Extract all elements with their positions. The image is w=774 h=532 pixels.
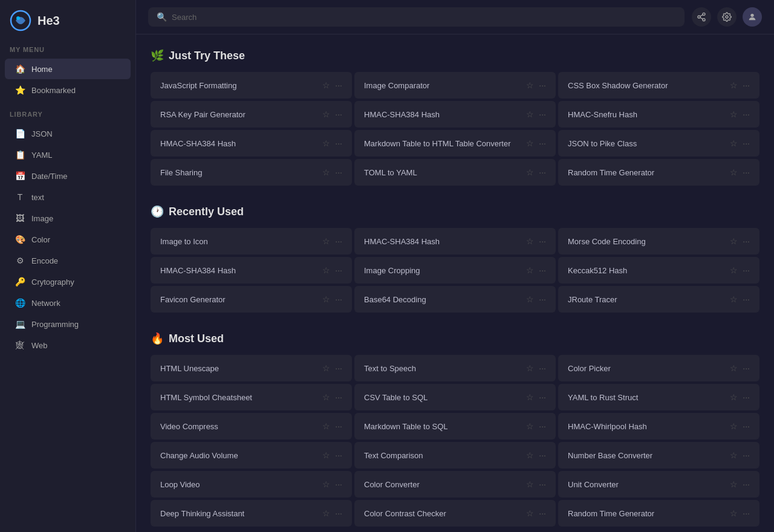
more-icon[interactable]: ··· xyxy=(743,167,750,177)
star-icon[interactable]: ☆ xyxy=(730,138,738,148)
star-icon[interactable]: ☆ xyxy=(730,109,738,119)
more-icon[interactable]: ··· xyxy=(335,236,342,246)
star-icon[interactable]: ☆ xyxy=(322,479,330,489)
tool-card[interactable]: CSS Box Shadow Generator ☆ ··· xyxy=(558,72,759,99)
tool-card[interactable]: TOML to YAML ☆ ··· xyxy=(354,159,556,186)
more-icon[interactable]: ··· xyxy=(743,80,750,90)
star-icon[interactable]: ☆ xyxy=(526,265,534,275)
star-icon[interactable]: ☆ xyxy=(526,479,534,489)
star-icon[interactable]: ☆ xyxy=(322,138,330,148)
more-icon[interactable]: ··· xyxy=(335,363,342,373)
star-icon[interactable]: ☆ xyxy=(322,508,330,518)
star-icon[interactable]: ☆ xyxy=(526,109,534,119)
star-icon[interactable]: ☆ xyxy=(730,450,738,460)
tool-card[interactable]: HMAC-SHA384 Hash ☆ ··· xyxy=(354,228,556,255)
sidebar-item-image[interactable]: 🖼 Image xyxy=(5,208,131,229)
tool-card[interactable]: Color Converter ☆ ··· xyxy=(354,471,556,498)
star-icon[interactable]: ☆ xyxy=(526,421,534,431)
more-icon[interactable]: ··· xyxy=(539,265,546,275)
star-icon[interactable]: ☆ xyxy=(526,167,534,177)
sidebar-item-bookmarked[interactable]: ⭐ Bookmarked xyxy=(5,80,131,100)
tool-card[interactable]: Text to Speech ☆ ··· xyxy=(354,355,556,381)
more-icon[interactable]: ··· xyxy=(539,236,546,246)
more-icon[interactable]: ··· xyxy=(743,109,750,119)
star-icon[interactable]: ☆ xyxy=(730,167,738,177)
star-icon[interactable]: ☆ xyxy=(730,392,738,402)
tool-card[interactable]: Number Base Converter ☆ ··· xyxy=(558,442,759,469)
more-icon[interactable]: ··· xyxy=(335,294,342,304)
more-icon[interactable]: ··· xyxy=(539,421,546,431)
star-icon[interactable]: ☆ xyxy=(322,167,330,177)
more-icon[interactable]: ··· xyxy=(539,109,546,119)
star-icon[interactable]: ☆ xyxy=(526,236,534,246)
more-icon[interactable]: ··· xyxy=(335,421,342,431)
tool-card[interactable]: HMAC-SHA384 Hash ☆ ··· xyxy=(354,101,556,128)
tool-card[interactable]: YAML to Rust Struct ☆ ··· xyxy=(558,384,759,410)
tool-card[interactable]: Unit Converter ☆ ··· xyxy=(558,471,759,498)
more-icon[interactable]: ··· xyxy=(743,479,750,489)
more-icon[interactable]: ··· xyxy=(335,508,342,518)
star-icon[interactable]: ☆ xyxy=(730,479,738,489)
tool-card[interactable]: HMAC-Whirlpool Hash ☆ ··· xyxy=(558,413,759,440)
more-icon[interactable]: ··· xyxy=(335,80,342,90)
more-icon[interactable]: ··· xyxy=(335,265,342,275)
sidebar-item-crytography[interactable]: 🔑 Crytography xyxy=(5,271,131,292)
more-icon[interactable]: ··· xyxy=(335,450,342,460)
more-icon[interactable]: ··· xyxy=(539,479,546,489)
sidebar-item-encode[interactable]: ⚙ Encode xyxy=(5,250,131,271)
search-box[interactable]: 🔍 xyxy=(148,7,685,27)
star-icon[interactable]: ☆ xyxy=(322,392,330,402)
sidebar-item-home[interactable]: 🏠 Home xyxy=(5,59,131,79)
tool-card[interactable]: JRoute Tracer ☆ ··· xyxy=(558,286,759,313)
star-icon[interactable]: ☆ xyxy=(730,363,738,373)
tool-card[interactable]: Image to Icon ☆ ··· xyxy=(151,228,352,255)
star-icon[interactable]: ☆ xyxy=(526,450,534,460)
settings-button[interactable] xyxy=(717,7,737,27)
tool-card[interactable]: Base64 Decoding ☆ ··· xyxy=(354,286,556,313)
star-icon[interactable]: ☆ xyxy=(730,236,738,246)
star-icon[interactable]: ☆ xyxy=(730,421,738,431)
tool-card[interactable]: Markdown Table to SQL ☆ ··· xyxy=(354,413,556,440)
more-icon[interactable]: ··· xyxy=(539,450,546,460)
more-icon[interactable]: ··· xyxy=(335,392,342,402)
more-icon[interactable]: ··· xyxy=(335,479,342,489)
star-icon[interactable]: ☆ xyxy=(526,80,534,90)
more-icon[interactable]: ··· xyxy=(539,167,546,177)
tool-card[interactable]: RSA Key Pair Generator ☆ ··· xyxy=(151,101,352,128)
more-icon[interactable]: ··· xyxy=(743,508,750,518)
tool-card[interactable]: Random Time Generator ☆ ··· xyxy=(558,159,759,186)
tool-card[interactable]: Deep Thinking Assistant ☆ ··· xyxy=(151,500,352,527)
more-icon[interactable]: ··· xyxy=(539,508,546,518)
tool-card[interactable]: Loop Video ☆ ··· xyxy=(151,471,352,498)
star-icon[interactable]: ☆ xyxy=(322,363,330,373)
more-icon[interactable]: ··· xyxy=(335,109,342,119)
tool-card[interactable]: JSON to Pike Class ☆ ··· xyxy=(558,130,759,157)
tool-card[interactable]: Text Comparison ☆ ··· xyxy=(354,442,556,469)
more-icon[interactable]: ··· xyxy=(743,450,750,460)
star-icon[interactable]: ☆ xyxy=(526,138,534,148)
more-icon[interactable]: ··· xyxy=(539,138,546,148)
more-icon[interactable]: ··· xyxy=(743,294,750,304)
sidebar-item-datetime[interactable]: 📅 Date/Time xyxy=(5,166,131,186)
star-icon[interactable]: ☆ xyxy=(730,265,738,275)
star-icon[interactable]: ☆ xyxy=(322,294,330,304)
search-input[interactable] xyxy=(172,13,676,22)
sidebar-item-color[interactable]: 🎨 Color xyxy=(5,229,131,250)
tool-card[interactable]: Morse Code Encoding ☆ ··· xyxy=(558,228,759,255)
tool-card[interactable]: Color Picker ☆ ··· xyxy=(558,355,759,381)
share-button[interactable] xyxy=(692,7,711,27)
tool-card[interactable]: Image Comparator ☆ ··· xyxy=(354,72,556,99)
star-icon[interactable]: ☆ xyxy=(322,265,330,275)
sidebar-item-json[interactable]: 📄 JSON xyxy=(5,123,131,144)
star-icon[interactable]: ☆ xyxy=(322,109,330,119)
tool-card[interactable]: JavaScript Formatting ☆ ··· xyxy=(151,72,352,99)
sidebar-item-text[interactable]: T text xyxy=(5,187,131,207)
tool-card[interactable]: Change Audio Volume ☆ ··· xyxy=(151,442,352,469)
more-icon[interactable]: ··· xyxy=(335,167,342,177)
sidebar-item-yaml[interactable]: 📋 YAML xyxy=(5,144,131,165)
star-icon[interactable]: ☆ xyxy=(322,80,330,90)
tool-card[interactable]: Image Cropping ☆ ··· xyxy=(354,257,556,284)
tool-card[interactable]: Keccak512 Hash ☆ ··· xyxy=(558,257,759,284)
star-icon[interactable]: ☆ xyxy=(730,80,738,90)
tool-card[interactable]: HMAC-SHA384 Hash ☆ ··· xyxy=(151,130,352,157)
